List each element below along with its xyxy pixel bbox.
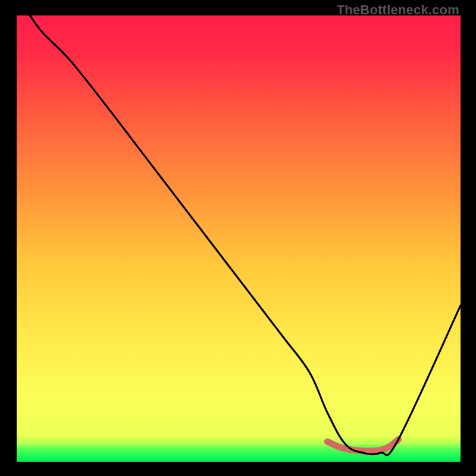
chart-curves	[17, 15, 461, 462]
plot-area	[17, 15, 461, 462]
watermark-text: TheBottleneck.com	[337, 2, 459, 18]
optimal-plateau-line	[327, 440, 398, 452]
bottleneck-curve-line	[30, 15, 461, 455]
